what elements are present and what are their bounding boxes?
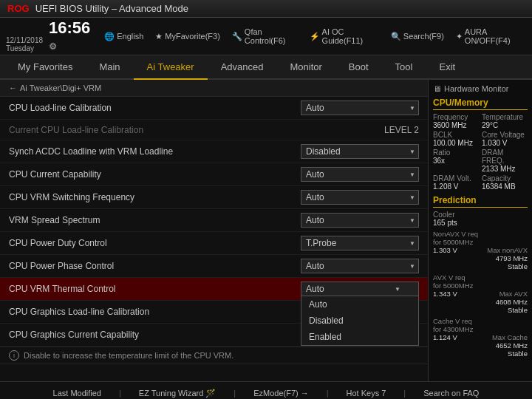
dram-volt-label: DRAM Volt. 1.208 V [433, 174, 479, 191]
monitor-icon: 🖥 [433, 84, 441, 93]
tab-advanced[interactable]: Advanced [208, 55, 277, 80]
tooltip-bar: i Disable to increase the temperature li… [0, 347, 428, 364]
wand-icon: 🪄 [205, 389, 216, 398]
cpu-power-phase-row: CPU Power Phase Control Auto [0, 255, 428, 278]
date-display: 12/11/2018 Tuesday [6, 36, 43, 52]
ai-oc-item[interactable]: ⚡ AI OC Guide(F11) [310, 27, 379, 45]
tab-monitor[interactable]: Monitor [277, 55, 335, 80]
cpu-power-phase-dropdown-wrapper: Auto [301, 259, 419, 273]
aura-item[interactable]: ✦ AURA ON/OFF(F4) [456, 27, 526, 45]
ez-mode-link[interactable]: EzMode(F7) → [253, 389, 309, 398]
tab-my-favorites[interactable]: My Favorites [4, 55, 86, 80]
synch-acdc-label: Synch ACDC Loadline with VRM Loadline [9, 146, 301, 157]
cpu-graphics-load-label: CPU Graphics Load-line Calibration [9, 307, 301, 317]
hardware-monitor-panel: 🖥 Hardware Monitor CPU/Memory Frequency … [429, 80, 532, 381]
hardware-monitor-title: 🖥 Hardware Monitor [433, 84, 528, 93]
favorites-item[interactable]: ★ MyFavorite(F3) [155, 32, 220, 41]
cpu-power-duty-select[interactable]: T.Probe [301, 236, 419, 250]
title-bar: ROG UEFI BIOS Utility – Advanced Mode [0, 0, 532, 18]
bottom-bar: Last Modified | EZ Tuning Wizard 🪄 | EzM… [0, 381, 532, 399]
synch-acdc-dropdown-wrapper: Disabled [301, 144, 419, 159]
option-disabled[interactable]: Disabled [301, 313, 418, 329]
main-layout: ← Ai Tweaker\Digi+ VRM CPU Load-line Cal… [0, 80, 532, 381]
gear-icon[interactable]: ⚙ [49, 41, 57, 52]
synch-acdc-row: Synch ACDC Loadline with VRM Loadline Di… [0, 140, 428, 163]
hot-keys-link[interactable]: Hot Keys 7 [347, 389, 386, 398]
cpu-vrm-thermal-dropdown-header[interactable]: Auto ▼ [301, 282, 419, 296]
search-icon: 🔍 [391, 32, 401, 41]
cpu-power-duty-dropdown-wrapper: T.Probe [301, 236, 419, 250]
time-display: 16:56 ⚙ [49, 20, 92, 52]
globe-icon: 🌐 [104, 32, 115, 41]
tab-exit[interactable]: Exit [426, 55, 468, 80]
vrm-spread-label: VRM Spread Spectrum [9, 215, 301, 225]
tab-boot[interactable]: Boot [335, 55, 382, 80]
cpu-graphics-current-label: CPU Graphics Current Capability [9, 330, 301, 340]
freq-label: Frequency 3600 MHz [433, 113, 479, 129]
cpu-vrm-thermal-value: Auto [306, 284, 324, 294]
tab-tool[interactable]: Tool [382, 55, 426, 80]
prediction-avx: AVX V req for 5000MHz 1.343 V Max AVX 46… [433, 273, 528, 314]
cpu-vrm-thermal-label: CPU VRM Thermal Control [9, 284, 301, 294]
temp-label: Temperature 29°C [482, 113, 528, 129]
search-faq-link[interactable]: Search on FAQ [423, 389, 479, 398]
hot-keys-label: Hot Keys 7 [347, 389, 386, 398]
language-item[interactable]: 🌐 English [104, 32, 143, 41]
cpu-power-duty-row: CPU Power Duty Control T.Probe [0, 232, 428, 255]
last-modified-label: Last Modified [53, 389, 101, 398]
ez-tuning-link[interactable]: EZ Tuning Wizard 🪄 [139, 389, 216, 398]
prediction-nonavx: NonAVX V req for 5000MHz 1.303 V Max non… [433, 230, 528, 270]
option-enabled[interactable]: Enabled [301, 329, 418, 345]
cpu-memory-title: CPU/Memory [433, 98, 528, 110]
cpu-current-cap-row: CPU Current Capability Auto [0, 163, 428, 186]
capacity-label: Capacity 16384 MB [482, 174, 528, 191]
dropdown-arrow-icon: ▼ [395, 286, 400, 293]
tooltip-text: Disable to increase the temperature limi… [24, 351, 233, 360]
vrm-spread-row: VRM Spread Spectrum Auto [0, 209, 428, 232]
cpu-load-line-dropdown-wrapper: Auto [301, 100, 419, 115]
vrm-spread-dropdown-wrapper: Auto [301, 213, 419, 228]
cpu-vrm-thermal-row: CPU VRM Thermal Control Auto ▼ Auto Disa… [0, 278, 428, 301]
cpu-current-cap-select[interactable]: Auto [301, 167, 419, 182]
synch-acdc-select[interactable]: Disabled [301, 144, 419, 159]
cpu-current-cap-label: CPU Current Capability [9, 169, 301, 180]
cpu-vrm-switching-select[interactable]: Auto [301, 190, 419, 205]
info-bar: 12/11/2018 Tuesday 16:56 ⚙ 🌐 English ★ M… [0, 18, 532, 55]
bottom-actions: Last Modified | EZ Tuning Wizard 🪄 | EzM… [0, 386, 532, 400]
aura-icon: ✦ [456, 32, 463, 41]
cpu-vrm-switching-row: CPU VRM Switching Frequency Auto [0, 186, 428, 209]
tab-main[interactable]: Main [86, 55, 133, 80]
dram-freq-label: DRAM FREQ. 2133 MHz [482, 149, 528, 173]
search-item[interactable]: 🔍 Search(F9) [391, 32, 444, 41]
ratio-label: Ratio 36x [433, 149, 479, 173]
cpu-vrm-thermal-dropdown-container: Auto ▼ Auto Disabled Enabled [301, 282, 419, 296]
core-voltage-label: Core Voltage 1.030 V [482, 131, 528, 147]
cpu-power-phase-select[interactable]: Auto [301, 259, 419, 273]
divider-1: | [119, 389, 121, 398]
star-icon: ★ [155, 32, 163, 41]
tab-ai-tweaker[interactable]: Ai Tweaker [134, 55, 208, 80]
cpu-load-line-select[interactable]: Auto [301, 100, 419, 115]
vrm-spread-select[interactable]: Auto [301, 213, 419, 228]
option-auto[interactable]: Auto [301, 296, 418, 313]
ez-mode-label: EzMode(F7) [253, 389, 299, 398]
cpu-vrm-switching-dropdown-wrapper: Auto [301, 190, 419, 205]
rog-logo: ROG [7, 3, 30, 14]
back-arrow-icon[interactable]: ← [9, 83, 17, 92]
nav-tabs: My Favorites Main Ai Tweaker Advanced Mo… [0, 55, 532, 80]
cpu-power-phase-label: CPU Power Phase Control [9, 261, 301, 271]
divider-3: | [327, 389, 329, 398]
last-modified-link[interactable]: Last Modified [53, 389, 101, 398]
cpu-load-line-label: CPU Load-line Calibration [9, 103, 301, 113]
current-cpu-load-value: LEVEL 2 [301, 125, 419, 135]
fan-icon: 🔧 [232, 32, 242, 41]
arrow-icon: → [301, 389, 309, 398]
cooler-row: Cooler 165 pts [433, 211, 528, 227]
current-cpu-load-label: Current CPU Load-line Calibration [9, 125, 301, 135]
divider-2: | [233, 389, 236, 398]
qfan-item[interactable]: 🔧 Qfan Control(F6) [232, 27, 298, 45]
current-cpu-load-row: Current CPU Load-line Calibration LEVEL … [0, 120, 428, 140]
cpu-current-cap-dropdown-wrapper: Auto [301, 167, 419, 182]
divider-4: | [403, 389, 406, 398]
breadcrumb-path: Ai Tweaker\Digi+ VRM [20, 83, 101, 92]
